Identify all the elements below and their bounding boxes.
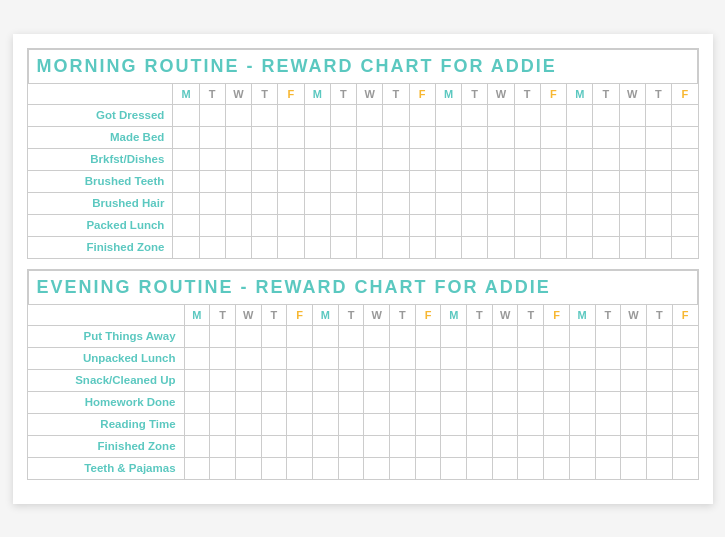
morning-cell-6-17[interactable]	[619, 236, 645, 258]
morning-cell-1-15[interactable]	[567, 126, 593, 148]
evening-cell-1-17[interactable]	[621, 347, 647, 369]
evening-cell-4-5[interactable]	[312, 413, 338, 435]
evening-cell-3-9[interactable]	[415, 391, 441, 413]
morning-cell-5-14[interactable]	[540, 214, 566, 236]
morning-cell-5-13[interactable]	[514, 214, 540, 236]
morning-cell-6-15[interactable]	[567, 236, 593, 258]
evening-cell-3-8[interactable]	[390, 391, 416, 413]
evening-cell-3-10[interactable]	[441, 391, 467, 413]
evening-cell-0-13[interactable]	[518, 325, 544, 347]
evening-cell-6-12[interactable]	[492, 457, 518, 479]
evening-cell-5-6[interactable]	[338, 435, 364, 457]
evening-cell-5-7[interactable]	[364, 435, 390, 457]
morning-cell-2-11[interactable]	[462, 148, 488, 170]
morning-cell-5-7[interactable]	[357, 214, 383, 236]
morning-cell-3-2[interactable]	[225, 170, 251, 192]
evening-cell-0-11[interactable]	[467, 325, 493, 347]
morning-cell-5-1[interactable]	[199, 214, 225, 236]
evening-cell-0-16[interactable]	[595, 325, 621, 347]
morning-cell-6-14[interactable]	[540, 236, 566, 258]
morning-cell-5-8[interactable]	[383, 214, 409, 236]
morning-cell-2-2[interactable]	[225, 148, 251, 170]
morning-cell-4-19[interactable]	[672, 192, 698, 214]
morning-cell-3-3[interactable]	[252, 170, 278, 192]
morning-cell-4-5[interactable]	[304, 192, 330, 214]
evening-cell-0-14[interactable]	[544, 325, 570, 347]
morning-cell-3-5[interactable]	[304, 170, 330, 192]
morning-cell-4-8[interactable]	[383, 192, 409, 214]
morning-cell-4-2[interactable]	[225, 192, 251, 214]
evening-cell-6-2[interactable]	[235, 457, 261, 479]
evening-cell-0-12[interactable]	[492, 325, 518, 347]
evening-cell-0-5[interactable]	[312, 325, 338, 347]
morning-cell-1-19[interactable]	[672, 126, 698, 148]
morning-cell-1-16[interactable]	[593, 126, 619, 148]
morning-cell-4-3[interactable]	[252, 192, 278, 214]
evening-cell-0-4[interactable]	[287, 325, 313, 347]
evening-cell-1-15[interactable]	[569, 347, 595, 369]
evening-cell-3-19[interactable]	[672, 391, 698, 413]
evening-cell-1-18[interactable]	[646, 347, 672, 369]
morning-cell-2-6[interactable]	[330, 148, 356, 170]
morning-cell-2-4[interactable]	[278, 148, 304, 170]
evening-cell-1-10[interactable]	[441, 347, 467, 369]
evening-cell-1-1[interactable]	[210, 347, 236, 369]
evening-cell-5-18[interactable]	[646, 435, 672, 457]
evening-cell-0-7[interactable]	[364, 325, 390, 347]
evening-cell-0-19[interactable]	[672, 325, 698, 347]
evening-cell-5-16[interactable]	[595, 435, 621, 457]
evening-cell-1-6[interactable]	[338, 347, 364, 369]
morning-cell-3-1[interactable]	[199, 170, 225, 192]
evening-cell-6-18[interactable]	[646, 457, 672, 479]
morning-cell-5-11[interactable]	[462, 214, 488, 236]
evening-cell-6-16[interactable]	[595, 457, 621, 479]
morning-cell-1-11[interactable]	[462, 126, 488, 148]
evening-cell-6-19[interactable]	[672, 457, 698, 479]
morning-cell-6-2[interactable]	[225, 236, 251, 258]
evening-cell-3-0[interactable]	[184, 391, 210, 413]
morning-cell-0-5[interactable]	[304, 104, 330, 126]
morning-cell-5-5[interactable]	[304, 214, 330, 236]
morning-cell-2-13[interactable]	[514, 148, 540, 170]
morning-cell-3-19[interactable]	[672, 170, 698, 192]
morning-cell-1-2[interactable]	[225, 126, 251, 148]
evening-cell-5-4[interactable]	[287, 435, 313, 457]
evening-cell-2-19[interactable]	[672, 369, 698, 391]
evening-cell-2-17[interactable]	[621, 369, 647, 391]
morning-cell-5-12[interactable]	[488, 214, 514, 236]
morning-cell-2-8[interactable]	[383, 148, 409, 170]
evening-cell-1-13[interactable]	[518, 347, 544, 369]
evening-cell-5-13[interactable]	[518, 435, 544, 457]
morning-cell-5-3[interactable]	[252, 214, 278, 236]
evening-cell-2-18[interactable]	[646, 369, 672, 391]
evening-cell-3-15[interactable]	[569, 391, 595, 413]
morning-cell-5-9[interactable]	[409, 214, 435, 236]
evening-cell-2-0[interactable]	[184, 369, 210, 391]
evening-cell-3-2[interactable]	[235, 391, 261, 413]
morning-cell-4-17[interactable]	[619, 192, 645, 214]
evening-cell-5-19[interactable]	[672, 435, 698, 457]
morning-cell-4-10[interactable]	[435, 192, 461, 214]
evening-cell-0-9[interactable]	[415, 325, 441, 347]
evening-cell-1-19[interactable]	[672, 347, 698, 369]
evening-cell-3-16[interactable]	[595, 391, 621, 413]
evening-cell-4-19[interactable]	[672, 413, 698, 435]
morning-cell-6-13[interactable]	[514, 236, 540, 258]
evening-cell-3-6[interactable]	[338, 391, 364, 413]
morning-cell-4-9[interactable]	[409, 192, 435, 214]
morning-cell-0-18[interactable]	[645, 104, 671, 126]
morning-cell-1-18[interactable]	[645, 126, 671, 148]
morning-cell-5-2[interactable]	[225, 214, 251, 236]
evening-cell-4-13[interactable]	[518, 413, 544, 435]
morning-cell-3-8[interactable]	[383, 170, 409, 192]
morning-cell-5-17[interactable]	[619, 214, 645, 236]
evening-cell-3-3[interactable]	[261, 391, 287, 413]
evening-cell-0-15[interactable]	[569, 325, 595, 347]
evening-cell-6-0[interactable]	[184, 457, 210, 479]
morning-cell-5-19[interactable]	[672, 214, 698, 236]
evening-cell-1-3[interactable]	[261, 347, 287, 369]
evening-cell-6-7[interactable]	[364, 457, 390, 479]
morning-cell-6-0[interactable]	[173, 236, 199, 258]
morning-cell-4-7[interactable]	[357, 192, 383, 214]
morning-cell-3-0[interactable]	[173, 170, 199, 192]
